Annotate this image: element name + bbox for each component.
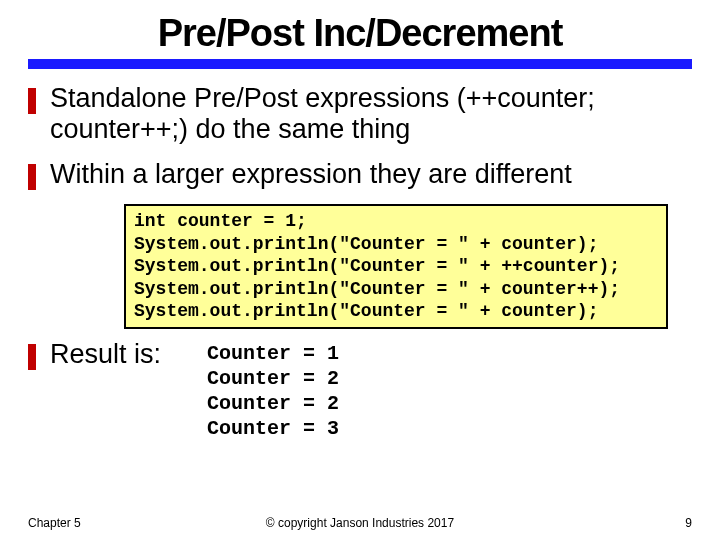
- output-line: Counter = 2: [207, 392, 339, 415]
- bullet-text: Result is:: [50, 339, 161, 370]
- bullet-text: Standalone Pre/Post expressions (++count…: [50, 83, 692, 145]
- code-line: System.out.println("Counter = " + counte…: [134, 301, 598, 321]
- slide: Pre/Post Inc/Decrement Standalone Pre/Po…: [0, 0, 720, 540]
- bullet-text: Within a larger expression they are diff…: [50, 159, 572, 190]
- code-line: System.out.println("Counter = " + counte…: [134, 279, 620, 299]
- code-line: System.out.println("Counter = " + counte…: [134, 234, 598, 254]
- code-line: System.out.println("Counter = " + ++coun…: [134, 256, 620, 276]
- bullet-item: Within a larger expression they are diff…: [28, 159, 692, 190]
- footer: Chapter 5 © copyright Janson Industries …: [0, 516, 720, 530]
- bullet-marker-icon: [28, 88, 36, 114]
- bullet-marker-icon: [28, 164, 36, 190]
- bullet-list: Standalone Pre/Post expressions (++count…: [28, 83, 692, 190]
- output-line: Counter = 3: [207, 417, 339, 440]
- bullet-marker-icon: [28, 344, 36, 370]
- result-row: Result is: Counter = 1 Counter = 2 Count…: [28, 339, 692, 441]
- code-line: int counter = 1;: [134, 211, 307, 231]
- code-box: int counter = 1; System.out.println("Cou…: [124, 204, 668, 329]
- output-box: Counter = 1 Counter = 2 Counter = 2 Coun…: [207, 341, 339, 441]
- footer-chapter: Chapter 5: [28, 516, 81, 530]
- title-underline: [28, 59, 692, 69]
- slide-title: Pre/Post Inc/Decrement: [28, 12, 692, 57]
- output-line: Counter = 2: [207, 367, 339, 390]
- bullet-item: Standalone Pre/Post expressions (++count…: [28, 83, 692, 145]
- footer-copyright: © copyright Janson Industries 2017: [0, 516, 720, 530]
- bullet-item: Result is:: [28, 339, 161, 370]
- output-line: Counter = 1: [207, 342, 339, 365]
- footer-page-number: 9: [685, 516, 692, 530]
